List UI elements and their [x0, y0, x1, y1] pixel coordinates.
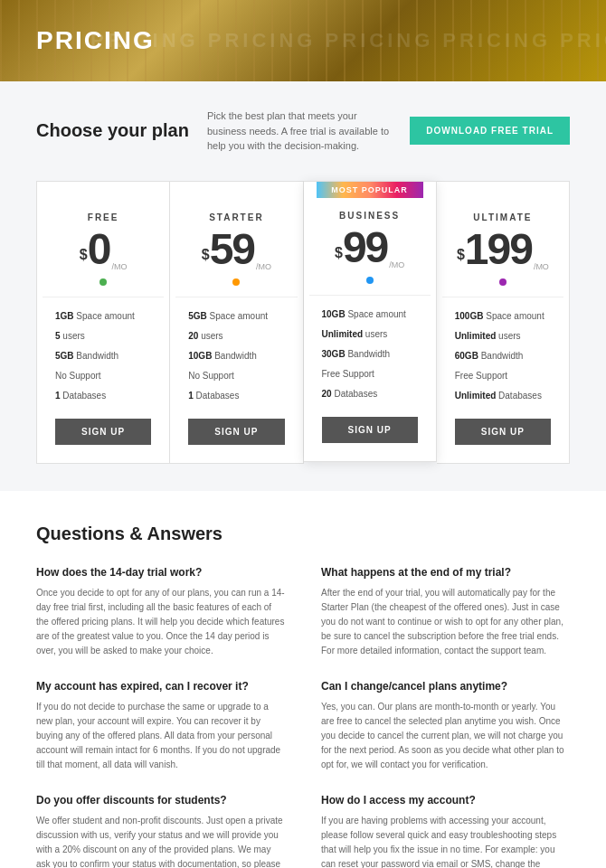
plan-card-starter-inner: STARTER $59/MO 5GB Space amount 20 users…	[183, 200, 289, 445]
plan-card-free-inner: FREE $0/MO 1GB Space amount 5 users 5GB …	[50, 200, 156, 445]
qa-question-5: Do you offer discounts for students?	[36, 794, 285, 807]
qa-grid: How does the 14-day trial work? Once you…	[36, 566, 570, 869]
feature-starter-users: 20 users	[188, 326, 284, 346]
signup-button-ultimate[interactable]: SIGN UP	[455, 419, 551, 445]
plan-dot-starter	[232, 278, 240, 286]
feature-starter-databases: 1 Databases	[188, 386, 284, 406]
feature-business-databases: 20 Databases	[322, 384, 418, 404]
plan-card-ultimate-inner: ULTIMATE $199/MO 100GB Space amount Unli…	[450, 200, 556, 445]
pricing-cards-wrapper: FREE $0/MO 1GB Space amount 5 users 5GB …	[18, 181, 588, 464]
plan-price-starter: $59/MO	[188, 228, 284, 271]
feature-business-support: Free Support	[322, 364, 418, 384]
qa-question-3: My account has expired, can I recover it…	[36, 680, 285, 693]
qa-answer-1: Once you decide to opt for any of our pl…	[36, 586, 285, 658]
plan-amount-business: 99	[343, 223, 387, 271]
qa-answer-5: We offer student and non-profit discount…	[36, 814, 285, 869]
feature-starter-support: No Support	[188, 366, 284, 386]
qa-item-5: Do you offer discounts for students? We …	[36, 794, 285, 869]
feature-free-space: 1GB Space amount	[55, 307, 151, 326]
choose-plan-title: Choose your plan	[36, 120, 189, 141]
plan-name-ultimate: ULTIMATE	[455, 212, 551, 222]
qa-item-3: My account has expired, can I recover it…	[36, 680, 285, 772]
feature-starter-space: 5GB Space amount	[188, 307, 284, 326]
feature-ultimate-support: Free Support	[455, 366, 551, 386]
qa-section: Questions & Answers How does the 14-day …	[0, 491, 606, 869]
qa-answer-4: Yes, you can. Our plans are month-to-mon…	[321, 700, 570, 772]
feature-free-databases: 1 Databases	[55, 386, 151, 406]
plan-amount-free: 0	[88, 225, 110, 273]
choose-plan-header: Choose your plan Pick the best plan that…	[36, 108, 570, 154]
qa-question-2: What happens at the end of my trial?	[321, 566, 570, 579]
qa-answer-3: If you do not decide to purchase the sam…	[36, 700, 285, 772]
plan-price-free: $0/MO	[55, 228, 151, 271]
plan-dollar-ultimate: $	[457, 246, 465, 261]
signup-button-free[interactable]: SIGN UP	[55, 419, 151, 445]
plan-period-ultimate: /MO	[534, 262, 549, 271]
divider-business	[309, 295, 431, 296]
divider-ultimate	[442, 297, 563, 297]
plan-period-business: /MO	[389, 260, 404, 269]
feature-business-space: 10GB Space amount	[322, 305, 418, 325]
feature-business-users: Unlimited users	[322, 325, 418, 344]
qa-question-6: How do I access my account?	[321, 794, 570, 807]
feature-ultimate-space: 100GB Space amount	[455, 307, 551, 326]
hero-watermark: PRICING PRICING PRICING PRICING PRICING …	[90, 29, 606, 52]
hero-section: PRICING PRICING PRICING PRICING PRICING …	[0, 0, 606, 81]
qa-answer-6: If you are having problems with accessin…	[321, 814, 570, 869]
qa-item-1: How does the 14-day trial work? Once you…	[36, 566, 285, 658]
plan-card-ultimate: ULTIMATE $199/MO 100GB Space amount Unli…	[437, 181, 570, 464]
plan-dollar-starter: $	[202, 246, 210, 261]
feature-ultimate-bandwidth: 60GB Bandwidth	[455, 346, 551, 366]
divider-starter	[175, 297, 297, 297]
signup-button-business[interactable]: SIGN UP	[322, 417, 418, 443]
feature-ultimate-databases: Unlimited Databases	[455, 386, 551, 406]
qa-section-title: Questions & Answers	[36, 524, 570, 544]
qa-item-2: What happens at the end of my trial? Aft…	[321, 566, 570, 658]
divider-free	[43, 297, 164, 297]
plan-name-business: BUSINESS	[322, 211, 418, 221]
plan-card-business: MOST POPULAR BUSINESS $99/MO 10GB Space …	[304, 181, 437, 462]
feature-ultimate-users: Unlimited users	[455, 326, 551, 346]
plan-price-business: $99/MO	[322, 226, 418, 269]
hero-title: PRICING	[36, 26, 155, 55]
plan-dot-ultimate	[499, 278, 507, 286]
plan-dot-free	[99, 278, 107, 286]
feature-business-bandwidth: 30GB Bandwidth	[322, 344, 418, 364]
feature-starter-bandwidth: 10GB Bandwidth	[188, 346, 284, 366]
plan-dot-business	[366, 277, 374, 284]
feature-free-bandwidth: 5GB Bandwidth	[55, 346, 151, 366]
plan-dollar-business: $	[335, 244, 343, 259]
plan-dollar-free: $	[80, 246, 88, 261]
most-popular-badge: MOST POPULAR	[317, 182, 423, 198]
choose-plan-description: Pick the best plan that meets your busin…	[207, 108, 392, 154]
qa-question-4: Can I change/cancel plans anytime?	[321, 680, 570, 693]
feature-free-support: No Support	[55, 366, 151, 386]
plan-card-business-inner: BUSINESS $99/MO 10GB Space amount Unlimi…	[317, 198, 423, 443]
signup-button-starter[interactable]: SIGN UP	[188, 419, 284, 445]
qa-item-6: How do I access my account? If you are h…	[321, 794, 570, 869]
plan-period-free: /MO	[111, 262, 127, 271]
pricing-section: FREE $0/MO 1GB Space amount 5 users 5GB …	[0, 172, 606, 491]
plan-amount-ultimate: 199	[465, 225, 532, 273]
choose-plan-section: Choose your plan Pick the best plan that…	[0, 81, 606, 172]
plan-amount-starter: 59	[210, 225, 254, 273]
qa-answer-2: After the end of your trial, you will au…	[321, 586, 570, 658]
plan-period-starter: /MO	[256, 262, 271, 271]
feature-free-users: 5 users	[55, 326, 151, 346]
plan-card-starter: STARTER $59/MO 5GB Space amount 20 users…	[170, 181, 303, 464]
plan-price-ultimate: $199/MO	[455, 228, 551, 271]
qa-question-1: How does the 14-day trial work?	[36, 566, 285, 579]
qa-item-4: Can I change/cancel plans anytime? Yes, …	[321, 680, 570, 772]
download-free-trial-button[interactable]: DOWNLOAD FREE TRIAL	[410, 117, 570, 145]
plan-name-free: FREE	[55, 212, 151, 222]
plan-name-starter: STARTER	[188, 212, 284, 222]
plan-card-free: FREE $0/MO 1GB Space amount 5 users 5GB …	[36, 181, 170, 464]
